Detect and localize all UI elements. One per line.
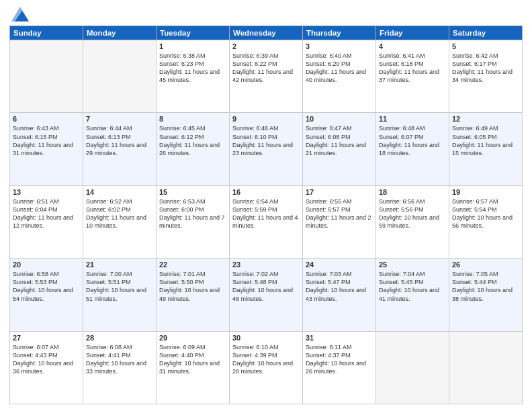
calendar-cell: 13Sunrise: 6:51 AM Sunset: 6:04 PM Dayli… (10, 185, 83, 258)
day-number: 1 (159, 42, 226, 50)
day-number: 11 (379, 115, 446, 123)
day-number: 30 (232, 334, 300, 342)
day-number: 25 (379, 261, 446, 269)
day-info: Sunrise: 6:47 AM Sunset: 6:08 PM Dayligh… (306, 124, 373, 157)
week-row-4: 20Sunrise: 6:58 AM Sunset: 5:53 PM Dayli… (10, 259, 523, 331)
day-number: 2 (232, 42, 300, 50)
weekday-header-wednesday: Wednesday (230, 26, 303, 40)
day-number: 7 (86, 115, 153, 123)
calendar-cell: 14Sunrise: 6:52 AM Sunset: 6:02 PM Dayli… (83, 185, 157, 258)
day-info: Sunrise: 6:43 AM Sunset: 6:15 PM Dayligh… (13, 124, 80, 157)
day-info: Sunrise: 6:46 AM Sunset: 6:10 PM Dayligh… (232, 124, 300, 157)
day-number: 5 (452, 42, 519, 50)
calendar-cell: 15Sunrise: 6:53 AM Sunset: 6:00 PM Dayli… (157, 185, 230, 258)
week-row-3: 13Sunrise: 6:51 AM Sunset: 6:04 PM Dayli… (10, 185, 523, 258)
calendar-table: SundayMondayTuesdayWednesdayThursdayFrid… (9, 26, 523, 404)
calendar-cell: 25Sunrise: 7:04 AM Sunset: 5:45 PM Dayli… (376, 259, 449, 331)
day-info: Sunrise: 7:03 AM Sunset: 5:47 PM Dayligh… (306, 270, 373, 303)
day-info: Sunrise: 6:57 AM Sunset: 5:54 PM Dayligh… (452, 197, 519, 230)
calendar-cell: 5Sunrise: 6:42 AM Sunset: 6:17 PM Daylig… (449, 40, 523, 113)
day-number: 18 (379, 188, 446, 196)
calendar-cell (10, 40, 83, 113)
day-info: Sunrise: 6:45 AM Sunset: 6:12 PM Dayligh… (159, 124, 226, 157)
week-row-5: 27Sunrise: 6:07 AM Sunset: 4:43 PM Dayli… (10, 331, 523, 404)
calendar-cell: 4Sunrise: 6:41 AM Sunset: 6:18 PM Daylig… (376, 40, 449, 113)
day-number: 28 (86, 334, 153, 342)
day-number: 16 (232, 188, 300, 196)
calendar-cell: 22Sunrise: 7:01 AM Sunset: 5:50 PM Dayli… (157, 259, 230, 331)
weekday-header-monday: Monday (83, 26, 157, 40)
day-number: 14 (86, 188, 153, 196)
day-number: 31 (306, 334, 373, 342)
calendar-cell: 27Sunrise: 6:07 AM Sunset: 4:43 PM Dayli… (10, 331, 83, 404)
week-row-2: 6Sunrise: 6:43 AM Sunset: 6:15 PM Daylig… (10, 113, 523, 185)
calendar-cell: 26Sunrise: 7:05 AM Sunset: 5:44 PM Dayli… (449, 259, 523, 331)
day-number: 27 (13, 334, 80, 342)
day-info: Sunrise: 6:40 AM Sunset: 6:20 PM Dayligh… (306, 52, 373, 85)
calendar-cell (83, 40, 157, 113)
day-info: Sunrise: 6:11 AM Sunset: 4:37 PM Dayligh… (306, 343, 373, 376)
day-number: 15 (159, 188, 226, 196)
day-number: 23 (232, 261, 300, 269)
logo-blue (9, 7, 29, 21)
day-info: Sunrise: 7:01 AM Sunset: 5:50 PM Dayligh… (159, 270, 226, 303)
day-number: 22 (159, 261, 226, 269)
calendar-cell: 1Sunrise: 6:38 AM Sunset: 6:23 PM Daylig… (157, 40, 230, 113)
calendar-cell: 16Sunrise: 6:54 AM Sunset: 5:59 PM Dayli… (230, 185, 303, 258)
calendar-cell: 3Sunrise: 6:40 AM Sunset: 6:20 PM Daylig… (303, 40, 376, 113)
calendar-cell: 19Sunrise: 6:57 AM Sunset: 5:54 PM Dayli… (449, 185, 523, 258)
day-info: Sunrise: 6:10 AM Sunset: 4:39 PM Dayligh… (232, 343, 300, 376)
day-info: Sunrise: 6:38 AM Sunset: 6:23 PM Dayligh… (159, 52, 226, 85)
logo (9, 7, 29, 21)
day-number: 29 (159, 334, 226, 342)
calendar-cell: 11Sunrise: 6:48 AM Sunset: 6:07 PM Dayli… (376, 113, 449, 185)
day-number: 21 (86, 261, 153, 269)
calendar-cell (376, 331, 449, 404)
day-number: 6 (13, 115, 80, 123)
day-info: Sunrise: 6:53 AM Sunset: 6:00 PM Dayligh… (159, 197, 226, 230)
day-number: 13 (13, 188, 80, 196)
day-number: 10 (306, 115, 373, 123)
calendar-cell: 12Sunrise: 6:49 AM Sunset: 6:05 PM Dayli… (449, 113, 523, 185)
week-row-1: 1Sunrise: 6:38 AM Sunset: 6:23 PM Daylig… (10, 40, 523, 113)
logo-icon (11, 7, 29, 21)
calendar-cell: 8Sunrise: 6:45 AM Sunset: 6:12 PM Daylig… (157, 113, 230, 185)
day-number: 20 (13, 261, 80, 269)
day-info: Sunrise: 6:52 AM Sunset: 6:02 PM Dayligh… (86, 197, 153, 230)
day-info: Sunrise: 6:58 AM Sunset: 5:53 PM Dayligh… (13, 270, 80, 303)
day-number: 8 (159, 115, 226, 123)
weekday-header-tuesday: Tuesday (157, 26, 230, 40)
calendar-cell: 7Sunrise: 6:44 AM Sunset: 6:13 PM Daylig… (83, 113, 157, 185)
calendar-cell: 6Sunrise: 6:43 AM Sunset: 6:15 PM Daylig… (10, 113, 83, 185)
day-info: Sunrise: 7:05 AM Sunset: 5:44 PM Dayligh… (452, 270, 519, 303)
calendar-cell: 23Sunrise: 7:02 AM Sunset: 5:48 PM Dayli… (230, 259, 303, 331)
day-info: Sunrise: 6:39 AM Sunset: 6:22 PM Dayligh… (232, 52, 300, 85)
weekday-header-thursday: Thursday (303, 26, 376, 40)
day-number: 26 (452, 261, 519, 269)
calendar-cell: 21Sunrise: 7:00 AM Sunset: 5:51 PM Dayli… (83, 259, 157, 331)
calendar-cell: 2Sunrise: 6:39 AM Sunset: 6:22 PM Daylig… (230, 40, 303, 113)
day-info: Sunrise: 6:56 AM Sunset: 5:56 PM Dayligh… (379, 197, 446, 230)
weekday-header-sunday: Sunday (10, 26, 83, 40)
calendar-cell: 28Sunrise: 6:08 AM Sunset: 4:41 PM Dayli… (83, 331, 157, 404)
day-info: Sunrise: 7:04 AM Sunset: 5:45 PM Dayligh… (379, 270, 446, 303)
calendar-cell: 17Sunrise: 6:55 AM Sunset: 5:57 PM Dayli… (303, 185, 376, 258)
day-info: Sunrise: 6:09 AM Sunset: 4:40 PM Dayligh… (159, 343, 226, 376)
calendar-cell: 30Sunrise: 6:10 AM Sunset: 4:39 PM Dayli… (230, 331, 303, 404)
page: SundayMondayTuesdayWednesdayThursdayFrid… (0, 0, 532, 411)
day-info: Sunrise: 6:07 AM Sunset: 4:43 PM Dayligh… (13, 343, 80, 376)
day-info: Sunrise: 7:00 AM Sunset: 5:51 PM Dayligh… (86, 270, 153, 303)
day-info: Sunrise: 6:49 AM Sunset: 6:05 PM Dayligh… (452, 124, 519, 157)
weekday-header-saturday: Saturday (449, 26, 523, 40)
day-info: Sunrise: 6:44 AM Sunset: 6:13 PM Dayligh… (86, 124, 153, 157)
header (9, 7, 523, 21)
day-info: Sunrise: 6:55 AM Sunset: 5:57 PM Dayligh… (306, 197, 373, 230)
day-number: 24 (306, 261, 373, 269)
calendar-cell: 31Sunrise: 6:11 AM Sunset: 4:37 PM Dayli… (303, 331, 376, 404)
day-info: Sunrise: 6:54 AM Sunset: 5:59 PM Dayligh… (232, 197, 300, 230)
calendar-cell: 20Sunrise: 6:58 AM Sunset: 5:53 PM Dayli… (10, 259, 83, 331)
day-info: Sunrise: 6:51 AM Sunset: 6:04 PM Dayligh… (13, 197, 80, 230)
day-number: 17 (306, 188, 373, 196)
calendar-cell: 29Sunrise: 6:09 AM Sunset: 4:40 PM Dayli… (157, 331, 230, 404)
calendar-cell: 18Sunrise: 6:56 AM Sunset: 5:56 PM Dayli… (376, 185, 449, 258)
